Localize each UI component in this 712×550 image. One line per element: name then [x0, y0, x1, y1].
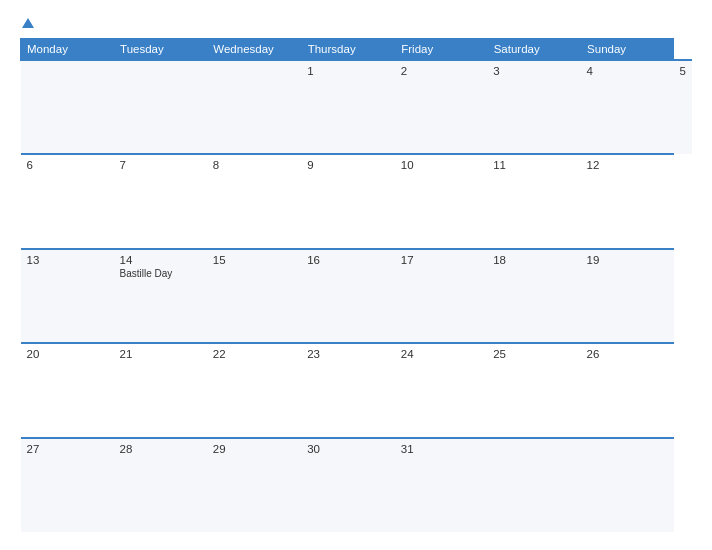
day-number: 14	[120, 254, 201, 266]
day-number: 10	[401, 159, 481, 171]
logo	[20, 18, 34, 28]
weekday-header-row: Monday Tuesday Wednesday Thursday Friday…	[21, 39, 693, 61]
header-monday: Monday	[21, 39, 114, 61]
day-number: 17	[401, 254, 481, 266]
day-number: 1	[307, 65, 389, 77]
calendar-cell	[207, 60, 301, 154]
day-number: 9	[307, 159, 389, 171]
calendar-cell: 4	[581, 60, 674, 154]
day-number: 20	[27, 348, 108, 360]
calendar-cell: 27	[21, 438, 114, 532]
header-sunday: Sunday	[581, 39, 674, 61]
calendar-week-row: 20212223242526	[21, 343, 693, 437]
calendar-cell: 13	[21, 249, 114, 343]
calendar-cell: 14Bastille Day	[114, 249, 207, 343]
day-number: 2	[401, 65, 481, 77]
day-number: 4	[587, 65, 668, 77]
calendar-cell: 12	[581, 154, 674, 248]
calendar-cell: 23	[301, 343, 395, 437]
header-friday: Friday	[395, 39, 487, 61]
day-number: 6	[27, 159, 108, 171]
day-number: 23	[307, 348, 389, 360]
day-number: 26	[587, 348, 668, 360]
calendar-cell: 5	[674, 60, 692, 154]
calendar-week-row: 6789101112	[21, 154, 693, 248]
calendar-cell: 1	[301, 60, 395, 154]
day-number: 28	[120, 443, 201, 455]
day-number: 3	[493, 65, 574, 77]
day-number: 7	[120, 159, 201, 171]
calendar-cell: 16	[301, 249, 395, 343]
day-number: 22	[213, 348, 295, 360]
calendar-cell: 24	[395, 343, 487, 437]
day-number: 24	[401, 348, 481, 360]
header-saturday: Saturday	[487, 39, 580, 61]
header-tuesday: Tuesday	[114, 39, 207, 61]
calendar-cell	[21, 60, 114, 154]
day-number: 27	[27, 443, 108, 455]
calendar-cell	[581, 438, 674, 532]
calendar-cell	[114, 60, 207, 154]
calendar-cell: 31	[395, 438, 487, 532]
calendar-cell	[487, 438, 580, 532]
calendar-cell: 7	[114, 154, 207, 248]
calendar-cell: 22	[207, 343, 301, 437]
day-number: 5	[680, 65, 686, 77]
calendar-week-row: 12345	[21, 60, 693, 154]
calendar-cell: 2	[395, 60, 487, 154]
calendar-cell: 10	[395, 154, 487, 248]
day-number: 31	[401, 443, 481, 455]
day-number: 30	[307, 443, 389, 455]
calendar-cell: 15	[207, 249, 301, 343]
calendar-cell: 6	[21, 154, 114, 248]
calendar-week-row: 2728293031	[21, 438, 693, 532]
calendar-cell: 29	[207, 438, 301, 532]
calendar-week-row: 1314Bastille Day1516171819	[21, 249, 693, 343]
calendar-cell: 19	[581, 249, 674, 343]
calendar-cell: 18	[487, 249, 580, 343]
day-number: 12	[587, 159, 668, 171]
day-number: 29	[213, 443, 295, 455]
day-number: 25	[493, 348, 574, 360]
calendar-cell: 25	[487, 343, 580, 437]
calendar-cell: 9	[301, 154, 395, 248]
calendar-cell: 26	[581, 343, 674, 437]
day-number: 11	[493, 159, 574, 171]
day-number: 8	[213, 159, 295, 171]
day-number: 18	[493, 254, 574, 266]
calendar-cell: 3	[487, 60, 580, 154]
calendar-cell: 17	[395, 249, 487, 343]
calendar-cell: 8	[207, 154, 301, 248]
day-number: 19	[587, 254, 668, 266]
header-wednesday: Wednesday	[207, 39, 301, 61]
calendar-cell: 28	[114, 438, 207, 532]
calendar-cell: 21	[114, 343, 207, 437]
day-number: 16	[307, 254, 389, 266]
header-thursday: Thursday	[301, 39, 395, 61]
day-number: 21	[120, 348, 201, 360]
calendar-page: Monday Tuesday Wednesday Thursday Friday…	[0, 0, 712, 550]
logo-triangle-icon	[22, 18, 34, 28]
day-number: 15	[213, 254, 295, 266]
header	[20, 18, 692, 28]
day-event: Bastille Day	[120, 268, 201, 279]
calendar-cell: 11	[487, 154, 580, 248]
calendar-table: Monday Tuesday Wednesday Thursday Friday…	[20, 38, 692, 532]
calendar-cell: 20	[21, 343, 114, 437]
calendar-cell: 30	[301, 438, 395, 532]
day-number: 13	[27, 254, 108, 266]
